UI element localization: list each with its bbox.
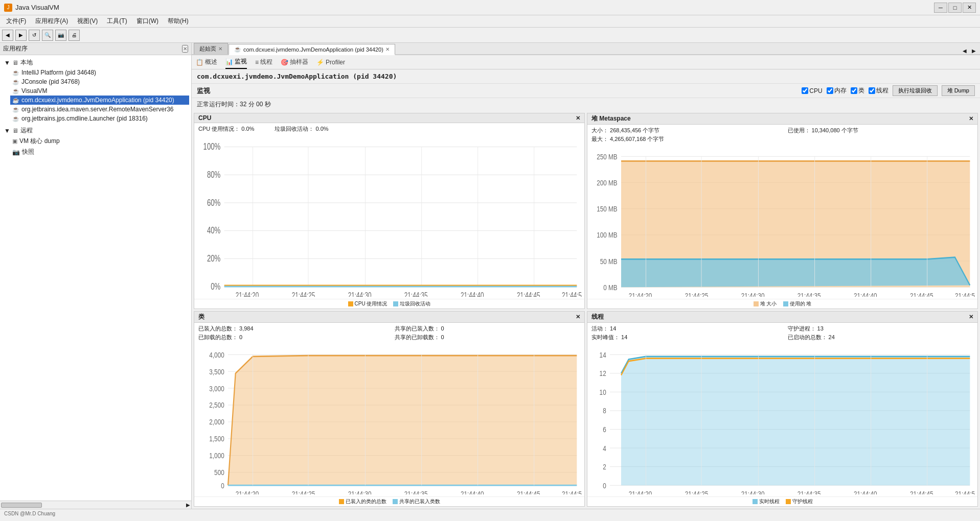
- sub-tab-bar: 📋 概述 📊 监视 ≡ 线程 🎯 抽样器 ⚡ Profiler: [192, 55, 980, 69]
- checkbox-memory[interactable]: 内存: [827, 86, 847, 95]
- svg-text:21:44:40: 21:44:40: [461, 489, 484, 494]
- toolbar-btn-3[interactable]: ↺: [29, 30, 40, 41]
- svg-text:21:44:45: 21:44:45: [517, 291, 540, 297]
- tab-nav-right[interactable]: ▶: [970, 48, 978, 54]
- tab-close-btn[interactable]: ✕: [218, 46, 222, 52]
- svg-text:0: 0: [221, 481, 224, 490]
- tree-node-remote[interactable]: ▼ 🖥 远程: [2, 125, 189, 136]
- tab-nav-left[interactable]: ◀: [961, 48, 969, 54]
- tree-node-label: 快照: [22, 148, 34, 156]
- classes-total-legend: 已装入的类的总数: [339, 498, 386, 505]
- checkbox-classes[interactable]: 类: [851, 86, 864, 95]
- subtab-threads[interactable]: ≡ 线程: [255, 56, 272, 68]
- tree-node-jconsole[interactable]: ☕ JConsole (pid 34768): [10, 77, 189, 86]
- svg-text:6: 6: [603, 425, 606, 434]
- tab-jvmdemo[interactable]: ☕ com.dcxuexi.jvmdemo.JvmDemoApplication…: [229, 44, 395, 55]
- cpu-chart-panel: CPU ✕ CPU 使用情况： 0.0% 垃圾回收活动： 0.0%: [194, 113, 585, 309]
- tree-node-snapshot[interactable]: 📷 快照: [10, 147, 189, 157]
- tab-close-btn[interactable]: ✕: [385, 46, 390, 52]
- bottom-bar: CSDN @Mr.D Chuang: [0, 509, 980, 518]
- svg-text:21:44:25: 21:44:25: [292, 489, 315, 494]
- threads-daemon-label: 守护进程： 13: [788, 325, 974, 333]
- left-panel-scrollbar[interactable]: ▶: [0, 501, 191, 509]
- cpu-chart-stats: CPU 使用情况： 0.0% 垃圾回收活动： 0.0%: [194, 123, 584, 135]
- classes-chart-title: 类: [198, 313, 204, 321]
- minimize-button[interactable]: ─: [934, 3, 947, 13]
- tree-node-intellij[interactable]: ☕ IntelliJ Platform (pid 34648): [10, 68, 189, 77]
- subtab-label: 线程: [260, 58, 272, 66]
- classes-shared-label: 共享的已装入数： 0: [395, 325, 581, 333]
- subtab-overview[interactable]: 📋 概述: [196, 56, 217, 68]
- svg-text:14: 14: [600, 350, 606, 359]
- svg-text:2,500: 2,500: [209, 401, 224, 410]
- threads-daemon-legend-color: [786, 499, 791, 504]
- subtab-label: Profiler: [326, 59, 345, 66]
- menu-file[interactable]: 文件(F): [2, 16, 30, 27]
- cpu-legend-item: CPU 使用情况: [348, 300, 388, 307]
- tree-node-label: org.jetbrains.idea.maven.server.RemoteMa…: [21, 106, 173, 113]
- svg-marker-38: [621, 257, 970, 288]
- checkbox-threads[interactable]: 线程: [869, 86, 888, 95]
- svg-text:21:44:35: 21:44:35: [797, 489, 821, 494]
- tree-node-visualvm[interactable]: ☕ VisualVM: [10, 86, 189, 96]
- overview-icon: 📋: [196, 59, 203, 66]
- tree-node-maven[interactable]: ☕ org.jetbrains.idea.maven.server.Remote…: [10, 105, 189, 114]
- subtab-profiler[interactable]: ⚡ Profiler: [316, 57, 345, 68]
- tree-node-launcher[interactable]: ☕ org.jetbrains.jps.cmdline.Launcher (pi…: [10, 114, 189, 123]
- watermark: CSDN @Mr.D Chuang: [0, 511, 59, 516]
- tab-start-page[interactable]: 起始页 ✕: [194, 43, 228, 54]
- tree-node-label: 远程: [20, 126, 33, 135]
- menu-help[interactable]: 帮助(H): [164, 16, 193, 27]
- toolbar-btn-2[interactable]: ▶: [15, 30, 27, 41]
- classes-chart-close[interactable]: ✕: [576, 314, 580, 320]
- tree-node-vm-dump[interactable]: ▣ VM 核心 dump: [10, 136, 189, 147]
- right-panel: 起始页 ✕ ☕ com.dcxuexi.jvmdemo.JvmDemoAppli…: [192, 43, 980, 509]
- cpu-chart-title: CPU: [198, 114, 211, 122]
- left-panel-header: 应用程序 ✕: [0, 43, 191, 55]
- monitor-icon: 🖥: [12, 59, 18, 66]
- menu-window[interactable]: 窗口(W): [132, 16, 163, 27]
- toolbar-btn-6[interactable]: 🖨: [69, 30, 80, 41]
- threads-daemon-legend: 守护线程: [786, 498, 813, 505]
- svg-text:21:44:35: 21:44:35: [797, 292, 821, 297]
- threads-icon: ≡: [255, 59, 259, 66]
- toolbar-btn-5[interactable]: 📷: [55, 30, 66, 41]
- left-panel-close[interactable]: ✕: [182, 45, 188, 53]
- svg-text:500: 500: [214, 468, 224, 477]
- threads-chart-title: 线程: [591, 313, 604, 321]
- threads-chart-legend: 实时线程 守护线程: [587, 496, 977, 506]
- tree-node-label: JConsole (pid 34768): [21, 78, 80, 85]
- threads-chart-close[interactable]: ✕: [969, 314, 973, 320]
- svg-text:21:44:45: 21:44:45: [910, 292, 933, 297]
- java-icon: ☕: [12, 97, 19, 104]
- menu-tools[interactable]: 工具(T): [103, 16, 131, 27]
- title-bar-left: J Java VisualVM: [4, 4, 59, 12]
- toolbar-btn-4[interactable]: 🔍: [42, 30, 53, 41]
- checkbox-cpu[interactable]: CPU: [802, 87, 822, 94]
- tree-node-jvmdemo[interactable]: ☕ com.dcxuexi.jvmdemo.JvmDemoApplication…: [10, 96, 189, 105]
- scroll-right-btn[interactable]: ▶: [186, 502, 190, 508]
- cpu-chart-close[interactable]: ✕: [576, 115, 580, 122]
- threads-chart-header: 线程 ✕: [587, 312, 977, 323]
- maximize-button[interactable]: □: [948, 3, 962, 13]
- svg-marker-100: [621, 356, 970, 485]
- heap-chart-close[interactable]: ✕: [969, 115, 973, 122]
- subtab-monitor[interactable]: 📊 监视: [225, 55, 247, 69]
- cpu-chart-header: CPU ✕: [194, 113, 584, 123]
- menu-view[interactable]: 视图(V): [73, 16, 102, 27]
- expand-icon: ▼: [4, 59, 10, 66]
- svg-text:4,000: 4,000: [209, 350, 224, 359]
- svg-text:50 MB: 50 MB: [600, 257, 618, 266]
- menu-app[interactable]: 应用程序(A): [31, 16, 72, 27]
- svg-text:21:44:45: 21:44:45: [910, 489, 933, 494]
- cpu-chart-svg: 100% 80% 60% 40% 20% 0% 21:44:20 21:44:2…: [194, 137, 584, 297]
- close-button[interactable]: ✕: [963, 3, 976, 13]
- heap-dump-button[interactable]: 堆 Dump: [942, 85, 975, 96]
- heap-chart-title: 堆 Metaspace: [591, 114, 631, 123]
- gc-button[interactable]: 执行垃圾回收: [893, 85, 938, 96]
- svg-text:21:44:5: 21:44:5: [562, 291, 582, 297]
- tree-node-local[interactable]: ▼ 🖥 本地: [2, 57, 189, 68]
- svg-text:21:44:30: 21:44:30: [348, 489, 372, 494]
- toolbar-btn-1[interactable]: ◀: [2, 30, 13, 41]
- subtab-sampler[interactable]: 🎯 抽样器: [281, 56, 308, 68]
